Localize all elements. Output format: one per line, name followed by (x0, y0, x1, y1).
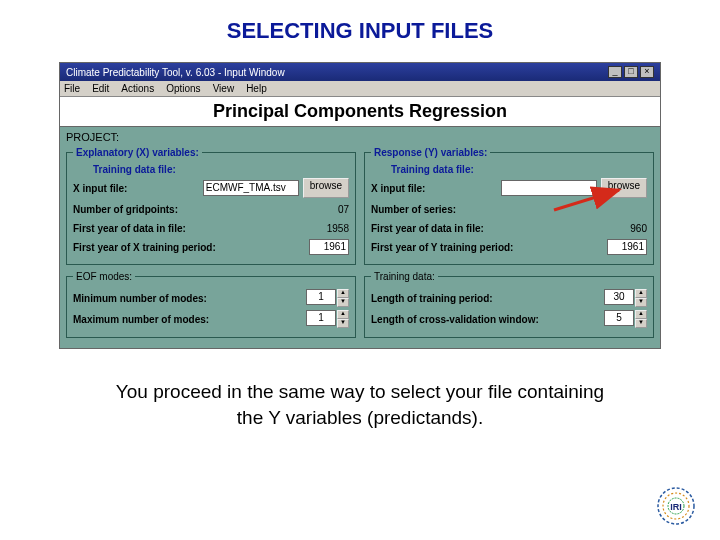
y-variables-fieldset: Response (Y) variables: Training data fi… (364, 147, 654, 265)
menu-file[interactable]: File (64, 83, 80, 94)
iri-logo: IRI (656, 486, 696, 526)
x-ngrid-value: 07 (319, 204, 349, 215)
y-browse-button[interactable]: browse (601, 178, 647, 198)
x-variables-fieldset: Explanatory (X) variables: Training data… (66, 147, 356, 265)
train-len-label: Length of training period: (371, 293, 493, 304)
min-modes-field[interactable]: 1 (306, 289, 336, 305)
eof-legend: EOF modes: (73, 271, 135, 282)
y-firstyear-train-field[interactable]: 1961 (607, 239, 647, 255)
project-label: PROJECT: (66, 131, 654, 143)
window-title: Climate Predictability Tool, v. 6.03 - I… (66, 67, 285, 78)
y-legend: Response (Y) variables: (371, 147, 490, 158)
y-firstyear-train-label: First year of Y training period: (371, 242, 513, 253)
x-input-file-field[interactable]: ECMWF_TMA.tsv (203, 180, 299, 196)
slide-title: SELECTING INPUT FILES (0, 18, 720, 44)
y-sublabel: Training data file: (391, 164, 647, 175)
cv-len-field[interactable]: 5 (604, 310, 634, 326)
svg-text:IRI: IRI (670, 502, 682, 512)
training-legend: Training data: (371, 271, 438, 282)
x-legend: Explanatory (X) variables: (73, 147, 202, 158)
y-firstyear-file-label: First year of data in file: (371, 223, 484, 234)
panel-heading: Principal Components Regression (60, 97, 660, 127)
y-input-file-field[interactable] (501, 180, 597, 196)
min-modes-up[interactable]: ▲ (337, 289, 349, 298)
menu-help[interactable]: Help (246, 83, 267, 94)
menu-options[interactable]: Options (166, 83, 200, 94)
x-browse-button[interactable]: browse (303, 178, 349, 198)
eof-modes-fieldset: EOF modes: Minimum number of modes: 1 ▲ … (66, 271, 356, 338)
y-firstyear-file-value: 960 (617, 223, 647, 234)
x-firstyear-train-field[interactable]: 1961 (309, 239, 349, 255)
max-modes-down[interactable]: ▼ (337, 319, 349, 328)
titlebar: Climate Predictability Tool, v. 6.03 - I… (60, 63, 660, 81)
cv-len-label: Length of cross-validation window: (371, 314, 539, 325)
cv-len-down[interactable]: ▼ (635, 319, 647, 328)
training-data-fieldset: Training data: Length of training period… (364, 271, 654, 338)
max-modes-label: Maximum number of modes: (73, 314, 209, 325)
menu-actions[interactable]: Actions (121, 83, 154, 94)
x-sublabel: Training data file: (93, 164, 349, 175)
train-len-up[interactable]: ▲ (635, 289, 647, 298)
menu-view[interactable]: View (213, 83, 235, 94)
slide-caption: You proceed in the same way to select yo… (40, 379, 680, 430)
app-window: Climate Predictability Tool, v. 6.03 - I… (59, 62, 661, 349)
cv-len-up[interactable]: ▲ (635, 310, 647, 319)
min-modes-label: Minimum number of modes: (73, 293, 207, 304)
x-firstyear-train-label: First year of X training period: (73, 242, 216, 253)
minimize-button[interactable]: _ (608, 66, 622, 78)
maximize-button[interactable]: □ (624, 66, 638, 78)
train-len-down[interactable]: ▼ (635, 298, 647, 307)
max-modes-field[interactable]: 1 (306, 310, 336, 326)
x-firstyear-file-value: 1958 (319, 223, 349, 234)
close-button[interactable]: × (640, 66, 654, 78)
max-modes-up[interactable]: ▲ (337, 310, 349, 319)
x-input-file-label: X input file: (73, 183, 127, 194)
menu-edit[interactable]: Edit (92, 83, 109, 94)
min-modes-down[interactable]: ▼ (337, 298, 349, 307)
x-firstyear-file-label: First year of data in file: (73, 223, 186, 234)
x-ngrid-label: Number of gridpoints: (73, 204, 178, 215)
menubar: File Edit Actions Options View Help (60, 81, 660, 97)
y-nseries-label: Number of series: (371, 204, 456, 215)
train-len-field[interactable]: 30 (604, 289, 634, 305)
y-input-file-label: X input file: (371, 183, 425, 194)
